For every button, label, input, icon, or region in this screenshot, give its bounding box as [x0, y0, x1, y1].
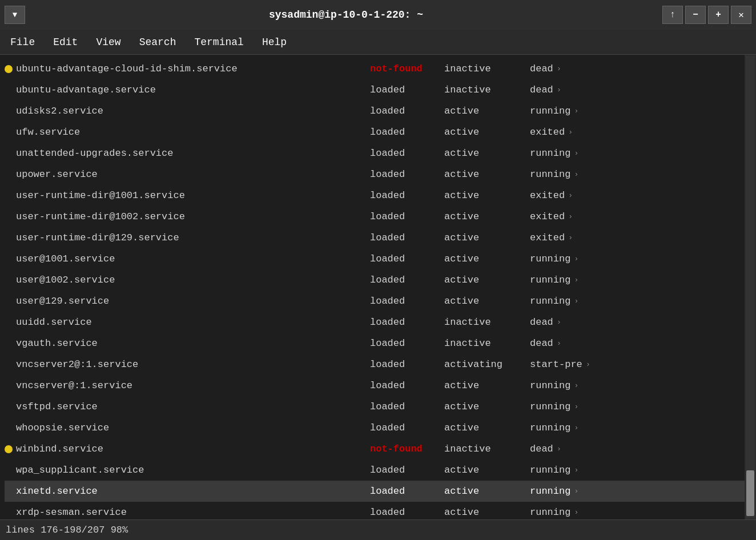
service-name: upower.service [16, 169, 370, 180]
table-row[interactable]: user@1001.serviceloadedactiverunning› [5, 248, 745, 269]
row-chevron: › [553, 86, 565, 94]
menu-view[interactable]: View [93, 34, 124, 50]
row-chevron: › [565, 212, 576, 221]
table-row[interactable]: user@1002.serviceloadedactiverunning› [5, 269, 745, 291]
service-name: whoopsie.service [16, 422, 370, 433]
scrollbar[interactable] [745, 55, 756, 519]
service-sub: start-pre [530, 359, 582, 370]
service-name: user@1001.service [16, 253, 370, 264]
menu-file[interactable]: File [7, 34, 38, 50]
service-active: active [444, 380, 530, 391]
service-sub: running [530, 465, 570, 475]
service-name: xinetd.service [16, 486, 370, 497]
row-chevron: › [570, 402, 582, 411]
table-row[interactable]: wpa_supplicant.serviceloadedactiverunnin… [5, 460, 745, 481]
service-name: ubuntu-advantage-cloud-id-shim.service [16, 63, 370, 74]
service-sub: running [530, 169, 570, 180]
minimize-button[interactable]: − [685, 6, 706, 24]
menu-terminal[interactable]: Terminal [191, 34, 247, 50]
scrollbar-thumb[interactable] [746, 470, 754, 516]
table-row[interactable]: vsftpd.serviceloadedactiverunning› [5, 396, 745, 417]
service-name: user@129.service [16, 296, 370, 307]
table-row[interactable]: whoopsie.serviceloadedactiverunning› [5, 417, 745, 438]
menu-bar: File Edit View Search Terminal Help [0, 30, 756, 55]
row-chevron: › [570, 170, 582, 179]
service-load: loaded [370, 507, 444, 518]
table-row[interactable]: ubuntu-advantage-cloud-id-shim.serviceno… [5, 58, 745, 79]
service-name: unattended-upgrades.service [16, 148, 370, 159]
table-row[interactable]: xrdp-sesman.serviceloadedactiverunning› [5, 502, 745, 519]
row-chevron: › [570, 381, 582, 390]
service-name: user@1002.service [16, 275, 370, 285]
table-row[interactable]: user-runtime-dir@129.serviceloadedactive… [5, 227, 745, 248]
service-active: active [444, 296, 530, 307]
table-row[interactable]: ufw.serviceloadedactiveexited› [5, 122, 745, 143]
scrollbar-track[interactable] [746, 56, 755, 518]
service-load: loaded [370, 106, 444, 116]
row-chevron: › [553, 318, 565, 327]
service-name: winbind.service [16, 444, 370, 454]
service-sub: running [530, 275, 570, 285]
window-controls: ↑ − + ✕ [662, 6, 751, 24]
table-row[interactable]: vncserver@:1.serviceloadedactiverunning› [5, 375, 745, 396]
service-active: active [444, 486, 530, 497]
maximize-button[interactable]: + [708, 6, 729, 24]
service-name: xrdp-sesman.service [16, 507, 370, 518]
window-title: sysadmin@ip-10-0-1-220: ~ [30, 9, 662, 21]
service-name: vgauth.service [16, 338, 370, 349]
service-load: loaded [370, 148, 444, 159]
table-row[interactable]: udisks2.serviceloadedactiverunning› [5, 100, 745, 122]
service-load: loaded [370, 465, 444, 475]
menu-dropdown-button[interactable]: ▼ [5, 6, 25, 24]
service-active: active [444, 127, 530, 138]
service-active: active [444, 190, 530, 201]
table-row[interactable]: unattended-upgrades.serviceloadedactiver… [5, 143, 745, 164]
table-row[interactable]: uuidd.serviceloadedinactivedead› [5, 312, 745, 333]
table-row[interactable]: vncserver2@:1.serviceloadedactivatingsta… [5, 354, 745, 375]
table-row[interactable]: user-runtime-dir@1001.serviceloadedactiv… [5, 185, 745, 206]
status-dot [5, 65, 13, 73]
service-sub: running [530, 401, 570, 412]
service-active: active [444, 275, 530, 285]
service-name: user-runtime-dir@1002.service [16, 211, 370, 222]
service-name: uuidd.service [16, 317, 370, 328]
menu-help[interactable]: Help [259, 34, 290, 50]
row-chevron: › [570, 255, 582, 263]
service-sub: dead [530, 84, 553, 95]
service-active: inactive [444, 317, 530, 328]
row-chevron: › [570, 487, 582, 495]
service-name: user-runtime-dir@1001.service [16, 190, 370, 201]
service-load: loaded [370, 401, 444, 412]
service-name: vncserver2@:1.service [16, 359, 370, 370]
service-active: inactive [444, 63, 530, 74]
table-row[interactable]: ubuntu-advantage.serviceloadedinactivede… [5, 79, 745, 100]
row-chevron: › [582, 360, 594, 369]
table-row[interactable]: xinetd.serviceloadedactiverunning› [5, 481, 745, 502]
service-sub: dead [530, 338, 553, 349]
service-sub: exited [530, 190, 565, 201]
table-row[interactable]: winbind.servicenot-foundinactivedead› [5, 438, 745, 460]
table-row[interactable]: upower.serviceloadedactiverunning› [5, 164, 745, 185]
table-row[interactable]: vgauth.serviceloadedinactivedead› [5, 333, 745, 354]
service-name: vsftpd.service [16, 401, 370, 412]
table-row[interactable]: user-runtime-dir@1002.serviceloadedactiv… [5, 206, 745, 227]
service-active: inactive [444, 444, 530, 454]
menu-edit[interactable]: Edit [50, 34, 81, 50]
table-row[interactable]: user@129.serviceloadedactiverunning› [5, 291, 745, 312]
service-load: loaded [370, 422, 444, 433]
service-sub: running [530, 148, 570, 159]
row-chevron: › [553, 445, 565, 453]
menu-search[interactable]: Search [136, 34, 180, 50]
row-chevron: › [565, 191, 576, 200]
service-sub: running [530, 253, 570, 264]
service-sub: dead [530, 63, 553, 74]
service-sub: dead [530, 444, 553, 454]
service-name: vncserver@:1.service [16, 380, 370, 391]
service-active: active [444, 401, 530, 412]
close-button[interactable]: ✕ [731, 6, 751, 24]
scroll-up-button[interactable]: ↑ [662, 6, 683, 24]
service-load: loaded [370, 338, 444, 349]
service-active: active [444, 106, 530, 116]
service-load: loaded [370, 275, 444, 285]
service-sub: running [530, 380, 570, 391]
